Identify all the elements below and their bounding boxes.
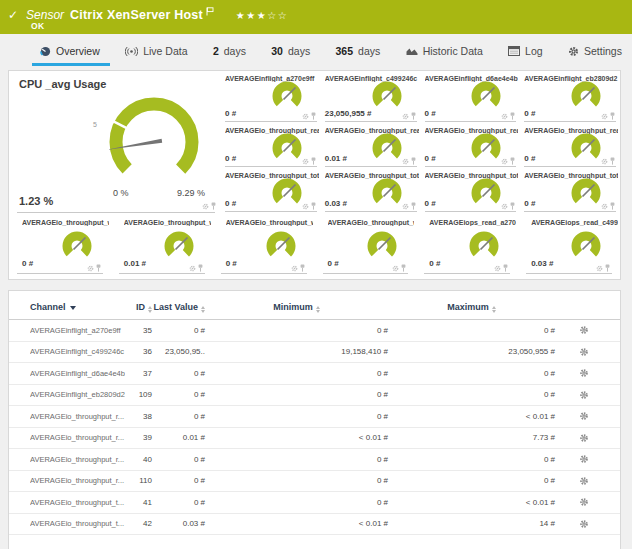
col-header-last-value[interactable]: Last Value	[152, 302, 205, 313]
gauge-settings-icon[interactable]	[189, 265, 196, 272]
gauge-settings-icon[interactable]	[601, 203, 608, 210]
mini-gauge-cell[interactable]: AVERAGEio_throughput_total... 0.03 #	[321, 168, 421, 213]
gauge-pin-icon[interactable]	[311, 202, 316, 210]
gauge-settings-icon[interactable]	[87, 265, 94, 272]
mini-gauge-bottom-row: AVERAGEio_throughput_write... 0 # AVERAG…	[9, 213, 620, 281]
priority-stars[interactable]: ★★★☆☆	[236, 10, 288, 21]
channel-settings-button[interactable]	[555, 390, 612, 400]
tab-live-data[interactable]: Live Data	[125, 45, 187, 57]
gauge-settings-icon[interactable]	[402, 158, 409, 165]
gauge-settings-icon[interactable]	[202, 203, 209, 210]
gauge-settings-icon[interactable]	[302, 113, 309, 120]
gauge-pin-icon[interactable]	[198, 264, 203, 272]
mini-gauge-cell[interactable]: AVERAGEio_throughput_read... 0 #	[520, 123, 620, 168]
gauge-pin-icon[interactable]	[605, 264, 610, 272]
sort-icon	[316, 306, 320, 313]
chart-icon	[406, 46, 418, 56]
gauge-settings-icon[interactable]	[501, 158, 508, 165]
flag-icon[interactable]	[206, 2, 214, 20]
mini-gauge-cell[interactable]: AVERAGEiops_read_c499246c 0.03 #	[518, 213, 620, 281]
channel-settings-button[interactable]	[555, 497, 612, 507]
gauge-pin-icon[interactable]	[311, 112, 316, 120]
gauge-pin-icon[interactable]	[96, 264, 101, 272]
gauge-settings-icon[interactable]	[392, 265, 399, 272]
channel-settings-button[interactable]	[555, 454, 612, 464]
gauge-settings-icon[interactable]	[501, 203, 508, 210]
mini-gauge-cell[interactable]: AVERAGEinflight_a270e9ff 0 #	[221, 71, 321, 123]
star-empty-icon[interactable]: ☆	[267, 10, 277, 21]
tab-days[interactable]: 2 days	[213, 45, 246, 57]
cell-minimum: 0 #	[205, 412, 388, 421]
channel-settings-button[interactable]	[555, 476, 612, 486]
gauge-settings-icon[interactable]	[601, 158, 608, 165]
tab-log[interactable]: Log	[508, 45, 543, 57]
gauge-settings-icon[interactable]	[601, 113, 608, 120]
gauge-settings-icon[interactable]	[291, 265, 298, 272]
tab-settings[interactable]: Settings	[568, 45, 622, 57]
mini-gauge-cell[interactable]: AVERAGEio_throughput_total... 0 #	[421, 168, 521, 213]
gauge-pin-icon[interactable]	[610, 157, 615, 165]
col-header-minimum[interactable]: Minimum	[205, 302, 388, 313]
gauge-settings-icon[interactable]	[596, 265, 603, 272]
sensor-header-bar: ✓ Sensor Citrix XenServer Host ★★★☆☆ OK	[0, 0, 632, 34]
col-header-maximum[interactable]: Maximum	[388, 302, 555, 313]
tab-overview[interactable]: Overview	[40, 45, 100, 57]
col-header-channel[interactable]: Channel	[30, 302, 125, 313]
gauge-settings-icon[interactable]	[501, 113, 508, 120]
gauge-settings-icon[interactable]	[402, 113, 409, 120]
mini-gauge-cell[interactable]: AVERAGEio_throughput_read... 0 #	[421, 123, 521, 168]
tab-historic-data[interactable]: Historic Data	[406, 45, 483, 57]
gauge-pin-icon[interactable]	[300, 264, 305, 272]
star-empty-icon[interactable]: ☆	[278, 10, 288, 21]
star-filled-icon[interactable]: ★	[257, 10, 267, 21]
gauge-dial	[269, 81, 305, 111]
tab-days[interactable]: 365 days	[336, 45, 381, 57]
gauge-pin-icon[interactable]	[211, 202, 216, 210]
mini-gauge-cell[interactable]: AVERAGEio_throughput_read... 0.01 #	[321, 123, 421, 168]
gauge-settings-icon[interactable]	[494, 265, 501, 272]
cell-id: 38	[125, 412, 152, 421]
gauge-pin-icon[interactable]	[610, 112, 615, 120]
gauge-pin-icon[interactable]	[503, 264, 508, 272]
channel-settings-button[interactable]	[555, 347, 612, 357]
tab-days[interactable]: 30 days	[271, 45, 310, 57]
gauge-settings-icon[interactable]	[302, 158, 309, 165]
col-header-id[interactable]: ID	[125, 302, 152, 313]
channel-settings-button[interactable]	[555, 325, 612, 335]
gauge-settings-icon[interactable]	[302, 203, 309, 210]
mini-gauge-cell[interactable]: AVERAGEio_throughput_read... 0 #	[221, 123, 321, 168]
gauge-pin-icon[interactable]	[510, 157, 515, 165]
divider	[17, 273, 103, 274]
tab-label: days	[358, 45, 380, 57]
gauge-pin-icon[interactable]	[411, 202, 416, 210]
gauge-pin-icon[interactable]	[510, 202, 515, 210]
mini-gauge-cell[interactable]: AVERAGEinflight_c499246c 23,050,955 #	[321, 71, 421, 123]
mini-gauge-cell[interactable]: AVERAGEio_throughput_total... 0 #	[221, 168, 321, 213]
divider	[119, 273, 205, 274]
mini-gauge-cell[interactable]: AVERAGEio_throughput_write... 0 #	[213, 213, 315, 281]
mini-gauge-cell[interactable]: AVERAGEiops_read_a270e9ff 0 #	[416, 213, 518, 281]
gauge-settings-icon[interactable]	[402, 203, 409, 210]
mini-gauge-cell[interactable]: AVERAGEio_throughput_write... 0 #	[9, 213, 111, 281]
cell-maximum: < 0.01 #	[388, 412, 555, 421]
mini-gauge-cell[interactable]: AVERAGEio_throughput_write... 0.01 #	[111, 213, 213, 281]
channel-settings-button[interactable]	[555, 433, 612, 443]
gauge-value: 0 #	[429, 259, 440, 268]
gauge-pin-icon[interactable]	[311, 157, 316, 165]
cpu-avg-usage-gauge-cell[interactable]: CPU _avg Usage 5 0 % 9.29 % 1.23 %	[9, 71, 221, 213]
mini-gauge-cell[interactable]: AVERAGEinflight_eb2809d2 0 #	[520, 71, 620, 123]
gauge-channel-label: AVERAGEio_throughput_write...	[328, 219, 415, 226]
mini-gauge-cell[interactable]: AVERAGEio_throughput_total... 0 #	[520, 168, 620, 213]
channel-settings-button[interactable]	[555, 368, 612, 378]
gauge-pin-icon[interactable]	[610, 202, 615, 210]
gauge-pin-icon[interactable]	[411, 157, 416, 165]
gauge-pin-icon[interactable]	[401, 264, 406, 272]
mini-gauge-cell[interactable]: AVERAGEio_throughput_write... 0 #	[315, 213, 417, 281]
star-filled-icon[interactable]: ★	[246, 10, 256, 21]
mini-gauge-cell[interactable]: AVERAGEinflight_d6ae4e4b 0 #	[421, 71, 521, 123]
channel-settings-button[interactable]	[555, 411, 612, 421]
star-filled-icon[interactable]: ★	[236, 10, 246, 21]
channel-settings-button[interactable]	[555, 519, 612, 529]
gauge-pin-icon[interactable]	[510, 112, 515, 120]
gauge-pin-icon[interactable]	[411, 112, 416, 120]
